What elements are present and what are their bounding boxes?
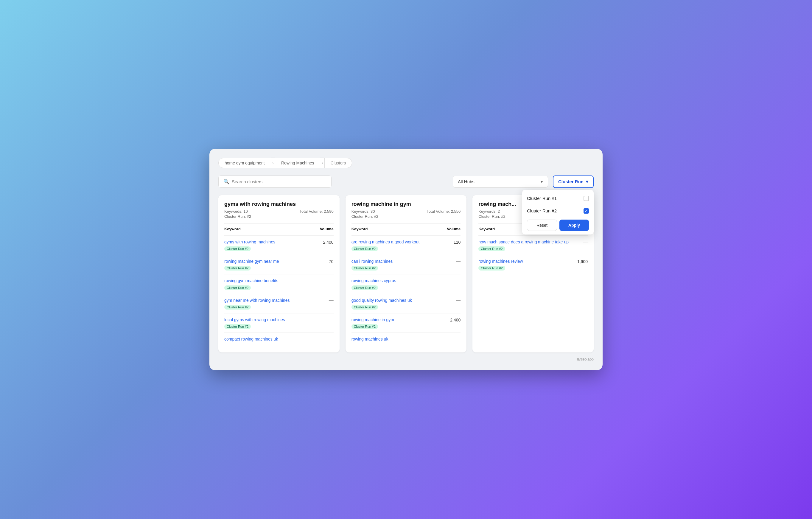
keyword-link[interactable]: rowing machine gym near me (224, 259, 329, 264)
card-3-keywords: Keywords: 2 (478, 209, 500, 213)
volume-dash: — (329, 278, 334, 283)
card-1-row-2-left: rowing machine gym near me Cluster Run #… (224, 259, 329, 270)
table-row: gym near me with rowing machines Cluster… (224, 294, 334, 313)
breadcrumb-home-gym[interactable]: home gym equipment (218, 158, 271, 168)
volume-value: 70 (329, 259, 334, 264)
dropdown-option-1[interactable]: Cluster Run #1 (522, 192, 594, 205)
keyword-link[interactable]: compact rowing machines uk (224, 336, 334, 342)
search-icon: 🔍 (224, 179, 229, 184)
card-2: rowing machine in gym Keywords: 30 Total… (346, 195, 467, 352)
volume-dash: — (329, 317, 334, 322)
card-2-cluster-run: Cluster Run: #2 (351, 214, 461, 219)
card-2-row-1-left: are rowing machines a good workout Clust… (351, 239, 454, 251)
card-1-volume: Total Volume: 2,590 (299, 209, 333, 213)
main-container: home gym equipment › Rowing Machines › C… (209, 149, 603, 370)
checkbox-option-2[interactable]: ✓ (583, 208, 589, 213)
card-3-col-keyword: Keyword (478, 227, 495, 231)
cluster-badge: Cluster Run #2 (351, 305, 378, 310)
keyword-link[interactable]: rowing machines uk (351, 336, 461, 342)
card-2-title: rowing machine in gym (351, 201, 461, 207)
card-2-volume: Total Volume: 2,550 (427, 209, 461, 213)
table-row: how much space does a rowing machine tak… (478, 235, 588, 255)
cluster-run-chevron-icon: ▾ (586, 179, 588, 184)
card-2-meta: Keywords: 30 Total Volume: 2,550 (351, 209, 461, 213)
keyword-link[interactable]: local gyms with rowing machines (224, 317, 329, 322)
cluster-run-dropdown: Cluster Run #1 Cluster Run #2 ✓ Reset Ap… (522, 190, 594, 234)
reset-button[interactable]: Reset (527, 220, 557, 231)
card-2-keywords: Keywords: 30 (351, 209, 375, 213)
hubs-label: All Hubs (458, 179, 474, 184)
volume-value: 2,400 (323, 239, 334, 244)
card-1-keywords: Keywords: 10 (224, 209, 248, 213)
cluster-badge: Cluster Run #2 (478, 247, 505, 251)
keyword-link[interactable]: rowing machines cyprus (351, 278, 456, 283)
table-row: are rowing machines a good workout Clust… (351, 235, 461, 255)
cluster-badge: Cluster Run #2 (224, 305, 251, 310)
apply-button[interactable]: Apply (559, 220, 589, 231)
keyword-link[interactable]: can i rowing machines (351, 259, 456, 264)
volume-dash: — (456, 259, 461, 264)
card-1-meta: Keywords: 10 Total Volume: 2,590 (224, 209, 334, 213)
card-2-table-header: Keyword Volume (351, 224, 461, 234)
cluster-badge: Cluster Run #2 (224, 285, 251, 290)
card-2-col-volume: Volume (447, 227, 461, 231)
breadcrumb-sep-1: › (271, 157, 275, 168)
checkbox-option-1[interactable] (583, 196, 589, 201)
card-2-row-3-left: rowing machines cyprus Cluster Run #2 (351, 278, 456, 290)
keyword-link[interactable]: gyms with rowing machines (224, 239, 323, 244)
cluster-run-wrapper: Cluster Run ▾ Cluster Run #1 Cluster Run… (553, 175, 594, 188)
volume-value: 1,600 (577, 259, 588, 264)
volume-value: 2,400 (450, 317, 461, 322)
keyword-link[interactable]: how much space does a rowing machine tak… (478, 239, 583, 244)
cluster-badge: Cluster Run #2 (224, 324, 251, 329)
search-input[interactable] (232, 179, 326, 184)
card-2-row-5-left: rowing machine in gym Cluster Run #2 (351, 317, 451, 329)
table-row: compact rowing machines uk (224, 333, 334, 346)
keyword-link[interactable]: good quality rowing machines uk (351, 298, 456, 303)
cluster-badge: Cluster Run #2 (224, 266, 251, 270)
keyword-link[interactable]: rowing gym machine benefits (224, 278, 329, 283)
breadcrumb-rowing-machines[interactable]: Rowing Machines (275, 158, 320, 168)
card-1: gyms with rowing machines Keywords: 10 T… (218, 195, 340, 352)
breadcrumb-clusters[interactable]: Clusters (324, 158, 352, 168)
table-row: local gyms with rowing machines Cluster … (224, 313, 334, 333)
dropdown-option-2[interactable]: Cluster Run #2 ✓ (522, 205, 594, 217)
cluster-badge: Cluster Run #2 (351, 324, 378, 329)
cluster-run-button[interactable]: Cluster Run ▾ (553, 175, 594, 188)
card-3-row-2-left: rowing machines review Cluster Run #2 (478, 259, 577, 270)
table-row: rowing machines cyprus Cluster Run #2 — (351, 274, 461, 293)
hubs-select[interactable]: All Hubs ▾ (453, 176, 548, 188)
dropdown-option-1-label: Cluster Run #1 (527, 196, 557, 201)
keyword-link[interactable]: rowing machine in gym (351, 317, 451, 322)
volume-value: 110 (454, 239, 461, 244)
cluster-badge: Cluster Run #2 (478, 266, 505, 270)
table-row: gyms with rowing machines Cluster Run #2… (224, 235, 334, 255)
cluster-badge: Cluster Run #2 (351, 247, 378, 251)
credit: larseo.app (218, 357, 594, 362)
table-row: rowing machine in gym Cluster Run #2 2,4… (351, 313, 461, 333)
card-1-col-volume: Volume (320, 227, 334, 231)
card-3-row-1-left: how much space does a rowing machine tak… (478, 239, 583, 251)
table-row: rowing machine gym near me Cluster Run #… (224, 255, 334, 274)
volume-dash: — (456, 298, 461, 303)
card-1-cluster-run: Cluster Run: #2 (224, 214, 334, 219)
search-box[interactable]: 🔍 (218, 175, 331, 188)
table-row: rowing gym machine benefits Cluster Run … (224, 274, 334, 293)
volume-dash: — (456, 278, 461, 283)
chevron-down-icon: ▾ (541, 179, 543, 184)
card-1-row-4-left: gym near me with rowing machines Cluster… (224, 298, 329, 310)
card-1-title: gyms with rowing machines (224, 201, 334, 207)
table-row: can i rowing machines Cluster Run #2 — (351, 255, 461, 274)
dropdown-option-2-label: Cluster Run #2 (527, 208, 557, 213)
card-2-col-keyword: Keyword (351, 227, 368, 231)
keyword-link[interactable]: are rowing machines a good workout (351, 239, 454, 244)
card-1-row-6-left: compact rowing machines uk (224, 336, 334, 343)
dropdown-actions: Reset Apply (522, 217, 594, 231)
card-2-row-2-left: can i rowing machines Cluster Run #2 (351, 259, 456, 270)
card-2-row-6-left: rowing machines uk (351, 336, 461, 343)
keyword-link[interactable]: rowing machines review (478, 259, 577, 264)
table-row: rowing machines uk (351, 333, 461, 346)
keyword-link[interactable]: gym near me with rowing machines (224, 298, 329, 303)
card-1-table-header: Keyword Volume (224, 224, 334, 234)
volume-dash: — (583, 239, 588, 244)
